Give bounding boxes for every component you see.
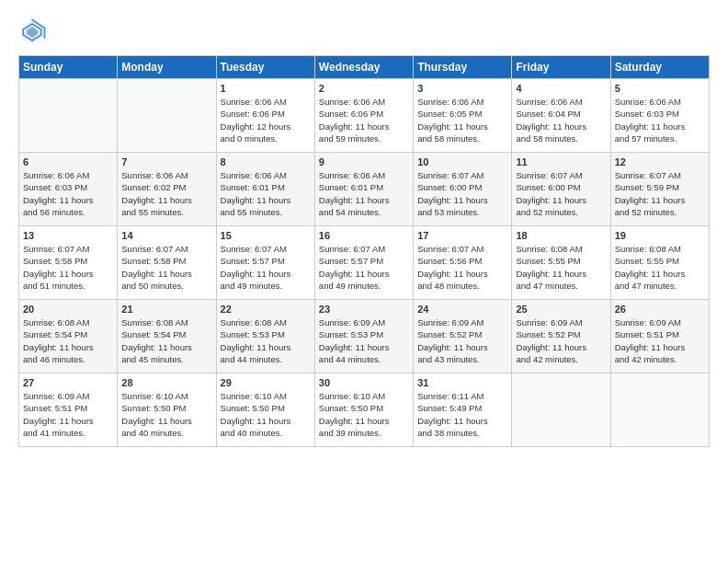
day-info: Sunrise: 6:08 AM Sunset: 5:54 PM Dayligh… (23, 316, 113, 365)
day-number: 2 (319, 83, 409, 94)
page-header (18, 18, 710, 46)
day-info: Sunrise: 6:08 AM Sunset: 5:55 PM Dayligh… (615, 243, 705, 292)
day-number: 14 (121, 230, 211, 241)
calendar-cell: 17Sunrise: 6:07 AM Sunset: 5:56 PM Dayli… (414, 226, 512, 300)
day-number: 10 (417, 156, 507, 167)
calendar-cell: 31Sunrise: 6:11 AM Sunset: 5:49 PM Dayli… (414, 373, 512, 447)
day-number: 11 (516, 156, 606, 167)
day-number: 16 (319, 230, 409, 241)
logo-icon (18, 18, 46, 46)
day-info: Sunrise: 6:07 AM Sunset: 5:58 PM Dayligh… (23, 243, 113, 292)
day-info: Sunrise: 6:07 AM Sunset: 5:59 PM Dayligh… (615, 169, 705, 218)
day-number: 1 (221, 83, 311, 94)
day-number: 7 (121, 156, 211, 167)
day-number: 13 (23, 230, 113, 241)
day-number: 12 (615, 156, 705, 167)
day-info: Sunrise: 6:07 AM Sunset: 5:57 PM Dayligh… (221, 243, 311, 292)
header-tuesday: Tuesday (216, 56, 314, 79)
day-number: 29 (221, 377, 311, 388)
calendar-cell: 14Sunrise: 6:07 AM Sunset: 5:58 PM Dayli… (118, 226, 216, 300)
day-info: Sunrise: 6:06 AM Sunset: 6:01 PM Dayligh… (319, 169, 409, 218)
calendar-cell: 30Sunrise: 6:10 AM Sunset: 5:50 PM Dayli… (314, 373, 413, 447)
calendar-week-1: 1Sunrise: 6:06 AM Sunset: 6:06 PM Daylig… (19, 79, 710, 153)
calendar-cell (512, 373, 610, 447)
calendar-cell: 26Sunrise: 6:09 AM Sunset: 5:51 PM Dayli… (610, 300, 709, 373)
day-info: Sunrise: 6:07 AM Sunset: 6:00 PM Dayligh… (417, 169, 507, 218)
day-number: 26 (615, 304, 705, 315)
calendar-cell: 8Sunrise: 6:06 AM Sunset: 6:01 PM Daylig… (216, 153, 314, 226)
day-number: 22 (221, 304, 311, 315)
day-info: Sunrise: 6:10 AM Sunset: 5:50 PM Dayligh… (221, 390, 311, 439)
calendar-cell: 22Sunrise: 6:08 AM Sunset: 5:53 PM Dayli… (216, 300, 314, 373)
header-saturday: Saturday (610, 56, 709, 79)
day-number: 20 (23, 304, 113, 315)
calendar-cell: 9Sunrise: 6:06 AM Sunset: 6:01 PM Daylig… (314, 153, 413, 226)
day-number: 30 (319, 377, 409, 388)
calendar-cell: 19Sunrise: 6:08 AM Sunset: 5:55 PM Dayli… (610, 226, 709, 300)
day-info: Sunrise: 6:10 AM Sunset: 5:50 PM Dayligh… (319, 390, 409, 439)
calendar-cell (118, 79, 216, 153)
day-info: Sunrise: 6:09 AM Sunset: 5:52 PM Dayligh… (516, 316, 606, 365)
calendar-table: SundayMondayTuesdayWednesdayThursdayFrid… (18, 55, 710, 447)
calendar-week-5: 27Sunrise: 6:09 AM Sunset: 5:51 PM Dayli… (19, 373, 710, 447)
header-thursday: Thursday (414, 56, 512, 79)
day-number: 28 (121, 377, 211, 388)
calendar-cell: 6Sunrise: 6:06 AM Sunset: 6:03 PM Daylig… (19, 153, 118, 226)
day-info: Sunrise: 6:07 AM Sunset: 5:57 PM Dayligh… (319, 243, 409, 292)
day-info: Sunrise: 6:08 AM Sunset: 5:54 PM Dayligh… (121, 316, 211, 365)
calendar-cell: 1Sunrise: 6:06 AM Sunset: 6:06 PM Daylig… (216, 79, 314, 153)
calendar-cell: 5Sunrise: 6:06 AM Sunset: 6:03 PM Daylig… (610, 79, 709, 153)
calendar-cell: 11Sunrise: 6:07 AM Sunset: 6:00 PM Dayli… (512, 153, 610, 226)
calendar-cell: 2Sunrise: 6:06 AM Sunset: 6:06 PM Daylig… (314, 79, 413, 153)
calendar-cell: 18Sunrise: 6:08 AM Sunset: 5:55 PM Dayli… (512, 226, 610, 300)
day-info: Sunrise: 6:07 AM Sunset: 6:00 PM Dayligh… (516, 169, 606, 218)
day-info: Sunrise: 6:09 AM Sunset: 5:51 PM Dayligh… (615, 316, 705, 365)
day-number: 23 (319, 304, 409, 315)
calendar-cell (19, 79, 118, 153)
calendar-cell: 13Sunrise: 6:07 AM Sunset: 5:58 PM Dayli… (19, 226, 118, 300)
day-info: Sunrise: 6:09 AM Sunset: 5:51 PM Dayligh… (23, 390, 113, 439)
day-info: Sunrise: 6:06 AM Sunset: 6:06 PM Dayligh… (319, 96, 409, 144)
header-monday: Monday (118, 56, 216, 79)
day-info: Sunrise: 6:06 AM Sunset: 6:06 PM Dayligh… (221, 96, 311, 144)
day-number: 24 (417, 304, 507, 315)
calendar-cell: 10Sunrise: 6:07 AM Sunset: 6:00 PM Dayli… (414, 153, 512, 226)
calendar-week-3: 13Sunrise: 6:07 AM Sunset: 5:58 PM Dayli… (19, 226, 710, 300)
day-number: 4 (516, 83, 606, 94)
day-number: 21 (121, 304, 211, 315)
calendar-cell: 21Sunrise: 6:08 AM Sunset: 5:54 PM Dayli… (118, 300, 216, 373)
calendar-cell: 27Sunrise: 6:09 AM Sunset: 5:51 PM Dayli… (19, 373, 118, 447)
day-info: Sunrise: 6:08 AM Sunset: 5:55 PM Dayligh… (516, 243, 606, 292)
calendar-cell: 4Sunrise: 6:06 AM Sunset: 6:04 PM Daylig… (512, 79, 610, 153)
calendar-cell: 28Sunrise: 6:10 AM Sunset: 5:50 PM Dayli… (118, 373, 216, 447)
day-number: 3 (417, 83, 507, 94)
calendar-cell: 3Sunrise: 6:06 AM Sunset: 6:05 PM Daylig… (414, 79, 512, 153)
day-number: 25 (516, 304, 606, 315)
calendar-cell (610, 373, 709, 447)
calendar-cell: 7Sunrise: 6:06 AM Sunset: 6:02 PM Daylig… (118, 153, 216, 226)
header-friday: Friday (512, 56, 610, 79)
day-info: Sunrise: 6:11 AM Sunset: 5:49 PM Dayligh… (417, 390, 507, 439)
calendar-cell: 23Sunrise: 6:09 AM Sunset: 5:53 PM Dayli… (314, 300, 413, 373)
day-info: Sunrise: 6:06 AM Sunset: 6:01 PM Dayligh… (221, 169, 311, 218)
day-info: Sunrise: 6:10 AM Sunset: 5:50 PM Dayligh… (121, 390, 211, 439)
day-number: 17 (417, 230, 507, 241)
calendar-cell: 20Sunrise: 6:08 AM Sunset: 5:54 PM Dayli… (19, 300, 118, 373)
day-number: 15 (221, 230, 311, 241)
logo (18, 18, 50, 46)
calendar-cell: 29Sunrise: 6:10 AM Sunset: 5:50 PM Dayli… (216, 373, 314, 447)
day-number: 9 (319, 156, 409, 167)
day-number: 5 (615, 83, 705, 94)
day-info: Sunrise: 6:06 AM Sunset: 6:04 PM Dayligh… (516, 96, 606, 144)
header-wednesday: Wednesday (314, 56, 413, 79)
day-info: Sunrise: 6:07 AM Sunset: 5:58 PM Dayligh… (121, 243, 211, 292)
day-number: 8 (221, 156, 311, 167)
day-info: Sunrise: 6:08 AM Sunset: 5:53 PM Dayligh… (221, 316, 311, 365)
calendar-cell: 15Sunrise: 6:07 AM Sunset: 5:57 PM Dayli… (216, 226, 314, 300)
day-info: Sunrise: 6:09 AM Sunset: 5:53 PM Dayligh… (319, 316, 409, 365)
day-number: 31 (417, 377, 507, 388)
calendar-cell: 16Sunrise: 6:07 AM Sunset: 5:57 PM Dayli… (314, 226, 413, 300)
day-number: 6 (23, 156, 113, 167)
day-info: Sunrise: 6:06 AM Sunset: 6:03 PM Dayligh… (23, 169, 113, 218)
day-number: 27 (23, 377, 113, 388)
